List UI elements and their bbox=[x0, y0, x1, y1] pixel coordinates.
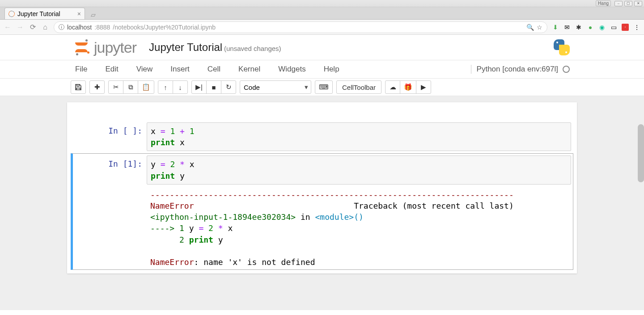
site-info-icon[interactable]: i bbox=[59, 24, 64, 30]
hang-label: Hang bbox=[596, 0, 611, 6]
command-palette-button[interactable]: ⌨ bbox=[315, 80, 333, 94]
menu-help[interactable]: Help bbox=[323, 63, 340, 76]
tab-close-icon[interactable]: × bbox=[77, 10, 81, 17]
address-bar[interactable]: i localhost:8888/notebooks/Jupyter%20Tut… bbox=[54, 21, 547, 33]
menubar: File Edit View Insert Cell Kernel Widget… bbox=[0, 60, 644, 79]
cell-output: ----------------------------------------… bbox=[147, 185, 571, 268]
ext-icon-green[interactable]: ● bbox=[587, 24, 594, 31]
save-status: (unsaved changes) bbox=[224, 45, 281, 52]
menu-widgets[interactable]: Widgets bbox=[277, 63, 306, 76]
ext-icon-evernote[interactable]: ✱ bbox=[575, 24, 582, 31]
cut-button[interactable]: ✂ bbox=[108, 80, 123, 94]
menu-file[interactable]: File bbox=[74, 63, 88, 76]
copy-button[interactable]: ⧉ bbox=[123, 80, 138, 94]
url-host: localhost bbox=[67, 24, 92, 31]
browser-urlbar: ← → ⟳ ⌂ i localhost:8888/notebooks/Jupyt… bbox=[0, 20, 644, 35]
menu-kernel[interactable]: Kernel bbox=[237, 63, 261, 76]
menu-insert[interactable]: Insert bbox=[169, 63, 191, 76]
window-maximize-button[interactable]: ▢ bbox=[624, 1, 632, 6]
run-button[interactable]: ▶| bbox=[191, 80, 207, 94]
ext-icon-grammarly[interactable]: ◉ bbox=[598, 24, 606, 31]
window-close-button[interactable]: ✕ bbox=[634, 1, 642, 6]
notebook-title[interactable]: Jupyter Tutorial bbox=[149, 41, 222, 53]
ext-icon-mail[interactable]: ✉ bbox=[564, 24, 571, 31]
ext-icon-chat[interactable]: ▭ bbox=[610, 24, 617, 31]
code-input[interactable]: y = 2 * x print y bbox=[147, 155, 571, 184]
menu-cell[interactable]: Cell bbox=[207, 63, 221, 76]
jupyter-header: jupyter Jupyter Tutorial (unsaved change… bbox=[0, 35, 644, 60]
interrupt-button[interactable]: ■ bbox=[206, 80, 221, 94]
python-logo-icon bbox=[552, 38, 572, 57]
move-down-button[interactable]: ↓ bbox=[173, 80, 188, 94]
celltoolbar-button[interactable]: CellToolbar bbox=[336, 80, 381, 94]
cloud-upload-button[interactable]: ☁ bbox=[385, 80, 400, 94]
window-minimize-button[interactable]: – bbox=[614, 1, 623, 6]
bookmark-icon[interactable]: ☆ bbox=[537, 24, 542, 31]
nav-forward-icon[interactable]: → bbox=[16, 23, 24, 31]
kernel-indicator: Python [conda env:697l] bbox=[471, 65, 570, 74]
window-titlebar: Hang – ▢ ✕ bbox=[0, 0, 644, 7]
browser-menu-icon[interactable]: ⋮ bbox=[633, 24, 640, 31]
nav-reload-icon[interactable]: ⟳ bbox=[29, 23, 37, 31]
jupyter-favicon-icon bbox=[8, 10, 15, 17]
presentation-button[interactable]: ▶ bbox=[416, 80, 431, 94]
jupyter-logo[interactable]: jupyter bbox=[72, 38, 136, 56]
url-path: /notebooks/Jupyter%20Tutorial.ipynb bbox=[113, 24, 216, 31]
nav-back-icon[interactable]: ← bbox=[4, 23, 12, 31]
code-cell[interactable]: In [1]: y = 2 * x print y --------------… bbox=[71, 153, 573, 270]
nbextensions-button[interactable]: 🎁 bbox=[400, 80, 416, 94]
jupyter-page: jupyter Jupyter Tutorial (unsaved change… bbox=[0, 35, 644, 315]
code-input[interactable]: x = 1 + 1 print x bbox=[147, 122, 571, 151]
browser-tab[interactable]: Jupyter Tutorial × bbox=[4, 8, 85, 19]
nav-home-icon[interactable]: ⌂ bbox=[41, 23, 49, 31]
celltype-select[interactable]: Code bbox=[240, 80, 311, 94]
toolbar: ✚ ✂ ⧉ 📋 ↑ ↓ ▶| ■ ↻ Code ⌨ CellToolbar ☁ … bbox=[0, 79, 644, 96]
paste-button[interactable]: 📋 bbox=[138, 80, 154, 94]
menu-view[interactable]: View bbox=[136, 63, 154, 76]
add-cell-button[interactable]: ✚ bbox=[89, 80, 105, 94]
restart-button[interactable]: ↻ bbox=[221, 80, 236, 94]
url-port: :8888 bbox=[94, 24, 110, 31]
kernel-name: Python [conda env:697l] bbox=[477, 65, 558, 74]
notebook-area[interactable]: In [ ]: x = 1 + 1 print x In [1]: y = 2 … bbox=[0, 96, 644, 310]
code-cell[interactable]: In [ ]: x = 1 + 1 print x bbox=[71, 120, 573, 153]
move-up-button[interactable]: ↑ bbox=[158, 80, 173, 94]
jupyter-logo-text: jupyter bbox=[94, 39, 136, 56]
input-prompt: In [ ]: bbox=[73, 122, 147, 151]
ext-icon-1[interactable]: ⬇ bbox=[552, 24, 559, 31]
menu-edit[interactable]: Edit bbox=[104, 63, 119, 76]
input-prompt: In [1]: bbox=[73, 155, 147, 268]
kernel-status-icon[interactable] bbox=[563, 66, 570, 73]
new-tab-button[interactable]: ▱ bbox=[88, 10, 98, 19]
notebook-container: In [ ]: x = 1 + 1 print x In [1]: y = 2 … bbox=[67, 102, 577, 273]
tab-title: Jupyter Tutorial bbox=[17, 10, 60, 17]
browser-tabbar: Jupyter Tutorial × ▱ bbox=[0, 7, 644, 20]
zoom-icon[interactable]: 🔍 bbox=[526, 24, 534, 31]
jupyter-logo-icon bbox=[72, 38, 90, 56]
extensions-row: ⬇ ✉ ✱ ● ◉ ▭ ･ ⋮ bbox=[552, 24, 640, 31]
ext-icon-red[interactable]: ･ bbox=[622, 24, 629, 31]
save-button[interactable] bbox=[71, 80, 86, 94]
